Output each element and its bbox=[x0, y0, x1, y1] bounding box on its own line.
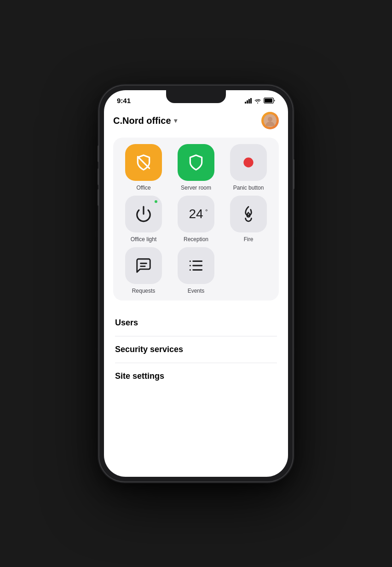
phone-frame: 9:41 bbox=[99, 86, 293, 481]
list-icon bbox=[187, 257, 205, 274]
temperature-display: 24° bbox=[189, 208, 203, 220]
svg-point-14 bbox=[190, 269, 191, 271]
active-indicator bbox=[154, 199, 158, 204]
chat-icon bbox=[135, 257, 152, 274]
grid-section: Office Server room bbox=[113, 138, 279, 301]
events-icon-wrap[interactable] bbox=[178, 247, 214, 284]
grid-item-requests[interactable]: Requests bbox=[120, 247, 167, 294]
location-name: C.Nord office bbox=[113, 116, 171, 126]
menu-section: Users Security services Site settings bbox=[113, 310, 279, 389]
reception-icon-wrap[interactable]: 24° bbox=[178, 196, 214, 232]
menu-item-security-services[interactable]: Security services bbox=[115, 336, 277, 363]
panic-button-icon-wrap[interactable] bbox=[230, 144, 267, 181]
status-icons bbox=[245, 98, 275, 104]
svg-point-5 bbox=[243, 157, 253, 167]
phone-screen: 9:41 bbox=[104, 90, 288, 477]
svg-point-12 bbox=[190, 260, 191, 262]
fire-icon bbox=[240, 205, 257, 223]
svg-rect-1 bbox=[265, 98, 272, 103]
power-icon bbox=[135, 205, 152, 223]
chevron-down-icon: ▾ bbox=[174, 117, 177, 124]
grid-item-office[interactable]: Office bbox=[120, 144, 167, 191]
icon-grid: Office Server room bbox=[120, 144, 272, 294]
grid-item-fire[interactable]: Fire bbox=[225, 196, 272, 243]
grid-item-server-room[interactable]: Server room bbox=[172, 144, 220, 191]
menu-item-site-settings[interactable]: Site settings bbox=[115, 363, 277, 389]
location-selector[interactable]: C.Nord office ▾ bbox=[113, 116, 177, 126]
panic-button-label: Panic button bbox=[233, 185, 264, 191]
status-time: 9:41 bbox=[117, 97, 131, 104]
office-icon-wrap[interactable] bbox=[125, 144, 162, 181]
battery-icon bbox=[264, 98, 275, 104]
signal-icon bbox=[245, 98, 252, 104]
shield-off-icon bbox=[135, 154, 152, 171]
requests-label: Requests bbox=[132, 288, 156, 294]
notch bbox=[166, 90, 226, 103]
grid-item-events[interactable]: Events bbox=[172, 247, 220, 294]
office-light-label: Office light bbox=[131, 236, 156, 243]
avatar-image bbox=[264, 114, 277, 127]
grid-item-office-light[interactable]: Office light bbox=[120, 196, 167, 243]
screen-content: C.Nord office ▾ bbox=[104, 107, 288, 471]
server-room-icon-wrap[interactable] bbox=[178, 144, 214, 181]
grid-item-reception[interactable]: 24° Reception bbox=[172, 196, 220, 243]
wifi-icon bbox=[254, 98, 261, 104]
svg-point-3 bbox=[268, 117, 272, 122]
server-room-label: Server room bbox=[181, 185, 211, 191]
fire-icon-wrap[interactable] bbox=[230, 196, 267, 232]
requests-icon-wrap[interactable] bbox=[125, 247, 162, 284]
menu-item-users[interactable]: Users bbox=[115, 310, 277, 336]
grid-item-panic-button[interactable]: Panic button bbox=[225, 144, 272, 191]
office-light-icon-wrap[interactable] bbox=[125, 196, 162, 232]
fire-label: Fire bbox=[244, 236, 254, 243]
app-header: C.Nord office ▾ bbox=[113, 107, 279, 138]
avatar[interactable] bbox=[261, 112, 279, 129]
record-icon bbox=[241, 155, 256, 170]
office-label: Office bbox=[136, 185, 150, 191]
shield-icon bbox=[187, 154, 205, 171]
svg-point-13 bbox=[190, 265, 191, 266]
reception-label: Reception bbox=[184, 236, 208, 243]
events-label: Events bbox=[188, 288, 205, 294]
